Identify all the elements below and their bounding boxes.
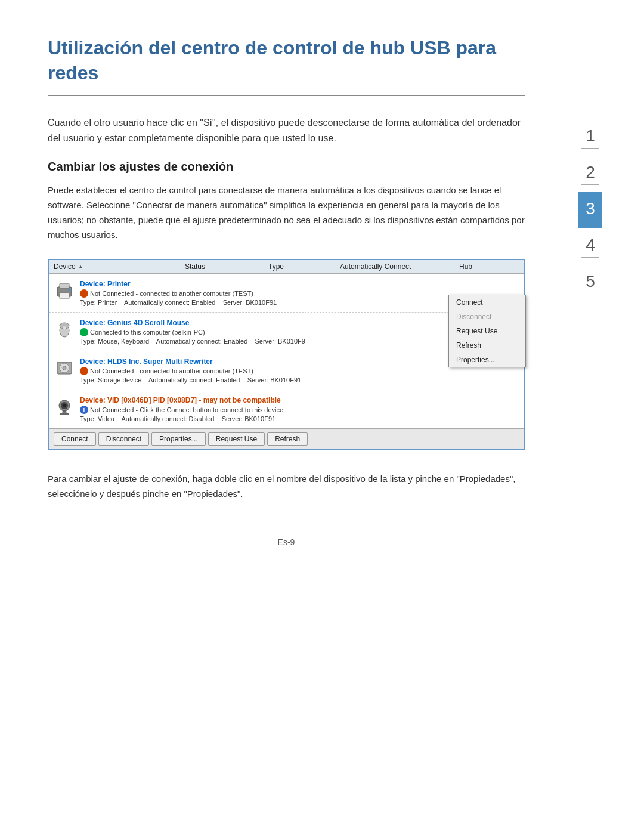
printer-icon [54,280,75,301]
svg-rect-3 [68,289,70,291]
col-type-label: Type [268,262,284,271]
device-type-disc: Type: Storage device Automatically conne… [80,376,519,384]
device-toolbar: Connect Disconnect Properties... Request… [49,428,524,449]
col-auto-connect-label: Automatically Connect [340,262,411,271]
refresh-button[interactable]: Refresh [267,432,308,446]
page-title: Utilización del centro de control de hub… [48,36,525,85]
device-status-webcam: i Not Connected - Click the Connect butt… [80,406,519,414]
context-menu-connect[interactable]: Connect [449,295,525,310]
mouse-icon [54,319,75,340]
svg-rect-1 [60,283,69,288]
context-menu-properties[interactable]: Properties... [449,353,525,367]
device-manager-wrapper: Device Status Type Automatically Connect… [48,259,525,450]
device-row-webcam[interactable]: Device: VID [0x046D] PID [0x08D7] - may … [49,390,524,428]
section-title: Cambiar los ajustes de conexión [48,160,525,174]
svg-rect-15 [63,411,66,413]
disconnect-button[interactable]: Disconnect [98,432,149,446]
device-name-printer: Device: Printer [80,280,519,288]
col-status[interactable]: Status [185,262,268,271]
sidebar-num-5[interactable]: 5 [578,265,602,298]
sidebar-num-1[interactable]: 1 [578,119,602,156]
disc-icon [54,357,75,379]
col-type[interactable]: Type [268,262,340,271]
context-menu-disconnect[interactable]: Disconnect [449,310,525,324]
device-status-disc: Not Connected - connected to another com… [80,367,519,375]
col-hub-label: Hub [459,262,472,271]
col-hub[interactable]: Hub [459,262,507,271]
connect-button[interactable]: Connect [54,432,96,446]
sidebar-num-4[interactable]: 4 [578,228,602,265]
device-status-text-webcam: Not Connected - Click the Connect button… [90,406,283,413]
intro-text: Cuando el otro usuario hace clic en "Sí"… [48,115,525,146]
sidebar-num-3[interactable]: 3 [578,192,602,228]
device-status-text-printer: Not Connected - connected to another com… [90,290,253,297]
svg-point-14 [63,404,66,407]
webcam-icon [54,396,75,418]
device-name-webcam: Device: VID [0x046D] PID [0x08D7] - may … [80,396,519,404]
context-menu-request-use[interactable]: Request Use [449,324,525,338]
context-menu-refresh[interactable]: Refresh [449,338,525,353]
device-status-text-mouse: Connected to this computer (belkin-PC) [90,329,205,336]
sidebar-numbers: 1 2 3 4 5 [572,0,608,828]
col-device[interactable]: Device [54,262,185,271]
status-not-connected-icon [80,289,88,298]
device-table-header: Device Status Type Automatically Connect… [49,260,524,274]
device-status-text-disc: Not Connected - connected to another com… [90,367,253,375]
status-connected-icon [80,328,88,336]
context-menu: Connect Disconnect Request Use Refresh P… [448,295,526,367]
svg-point-7 [63,326,66,330]
request-use-button[interactable]: Request Use [208,432,265,446]
device-type-webcam: Type: Video Automatically connect: Disab… [80,415,519,422]
svg-rect-2 [60,293,69,299]
col-status-label: Status [185,262,205,271]
sidebar-num-2[interactable]: 2 [578,156,602,192]
properties-button[interactable]: Properties... [151,432,206,446]
status-info-icon: i [80,406,88,414]
device-info-webcam: Device: VID [0x046D] PID [0x08D7] - may … [80,396,519,422]
title-divider [48,95,525,96]
page-number: Es-9 [48,537,525,547]
col-device-label: Device [54,262,76,271]
status-not-connected-icon-2 [80,367,88,375]
svg-rect-16 [60,413,69,415]
col-auto-connect[interactable]: Automatically Connect [340,262,459,271]
footer-text: Para cambiar el ajuste de conexión, haga… [48,472,525,502]
body-text: Puede establecer el centro de control pa… [48,183,525,242]
